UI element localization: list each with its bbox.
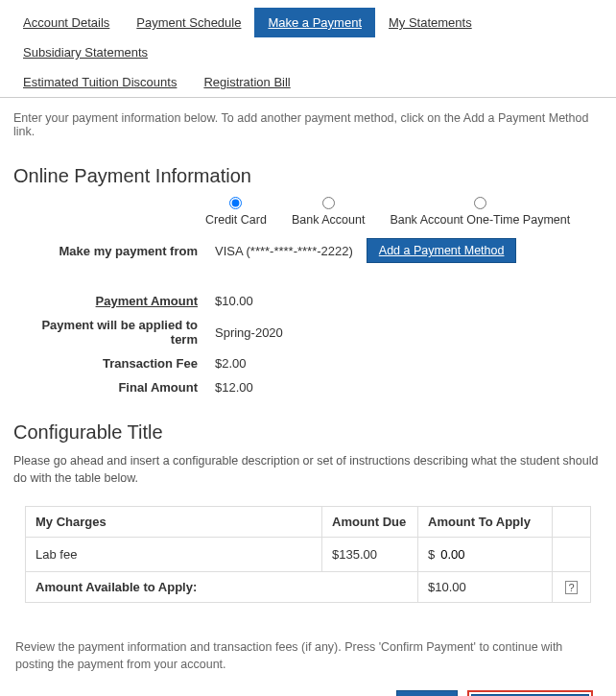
review-text: Review the payment information and trans… <box>13 639 603 673</box>
make-from-label: Make my payment from <box>13 244 215 258</box>
radio-credit-card[interactable]: Credit Card <box>205 197 267 227</box>
config-title: Configurable Title <box>13 421 603 444</box>
apply-currency: $ <box>428 547 435 562</box>
tab-make-a-payment[interactable]: Make a Payment <box>254 8 375 37</box>
final-value: $12.00 <box>215 380 253 395</box>
final-label: Final Amount <box>13 380 215 395</box>
amount-to-apply-input[interactable] <box>438 545 486 564</box>
fee-value: $2.00 <box>215 356 247 371</box>
payment-amount-label: Payment Amount <box>13 294 215 308</box>
tab-account-details[interactable]: Account Details <box>10 8 123 37</box>
fee-label: Transaction Fee <box>13 356 215 371</box>
config-desc: Please go ahead and insert a configurabl… <box>13 453 603 487</box>
radio-bank-account-input[interactable] <box>322 197 335 209</box>
avail-label: Amount Available to Apply: <box>26 572 418 603</box>
col-amount-to-apply: Amount To Apply <box>418 507 553 538</box>
radio-credit-card-input[interactable] <box>229 197 242 209</box>
tab-registration-bill[interactable]: Registration Bill <box>190 67 303 97</box>
intro-text: Enter your payment information below. To… <box>13 111 603 138</box>
tab-estimated-discounts[interactable]: Estimated Tuition Discounts <box>10 67 190 97</box>
radio-bank-onetime-label: Bank Account One-Time Payment <box>390 213 570 227</box>
cancel-button[interactable]: Cancel <box>396 690 459 696</box>
tab-bar: Account Details Payment Schedule Make a … <box>0 0 616 98</box>
make-from-value: VISA (****-****-****-2222) <box>215 244 353 258</box>
col-amount-due: Amount Due <box>322 507 418 538</box>
section-online-payment-title: Online Payment Information <box>13 165 603 187</box>
radio-bank-onetime-input[interactable] <box>474 197 486 209</box>
term-label: Payment will be applied to term <box>13 318 215 347</box>
confirm-highlight: Confirm Payment <box>467 690 593 696</box>
table-header-row: My Charges Amount Due Amount To Apply <box>26 507 591 538</box>
col-action <box>553 507 591 538</box>
payment-amount-value: $10.00 <box>215 294 253 308</box>
term-value: Spring-2020 <box>215 325 283 340</box>
tab-my-statements[interactable]: My Statements <box>375 8 486 37</box>
radio-bank-account[interactable]: Bank Account <box>292 197 365 227</box>
table-row: Lab fee $135.00 $ <box>26 538 591 572</box>
row-action-cell <box>553 538 591 572</box>
radio-bank-account-label: Bank Account <box>292 213 365 227</box>
add-payment-method-button[interactable]: Add a Payment Method <box>367 238 517 263</box>
col-my-charges: My Charges <box>26 507 322 538</box>
avail-value: $10.00 <box>418 572 553 603</box>
payment-type-group: Credit Card Bank Account Bank Account On… <box>13 197 603 227</box>
charge-apply-cell: $ <box>418 538 553 572</box>
table-avail-row: Amount Available to Apply: $10.00 ? <box>26 572 591 603</box>
charge-due: $135.00 <box>322 538 418 572</box>
radio-credit-card-label: Credit Card <box>205 213 267 227</box>
action-bar: Cancel Confirm Payment <box>13 690 603 696</box>
charge-desc: Lab fee <box>26 538 322 572</box>
tab-payment-schedule[interactable]: Payment Schedule <box>123 8 254 37</box>
help-icon[interactable]: ? <box>565 581 577 594</box>
tab-subsidiary-statements[interactable]: Subsidiary Statements <box>10 37 161 67</box>
charges-table: My Charges Amount Due Amount To Apply La… <box>25 506 591 603</box>
radio-bank-onetime[interactable]: Bank Account One-Time Payment <box>390 197 570 227</box>
